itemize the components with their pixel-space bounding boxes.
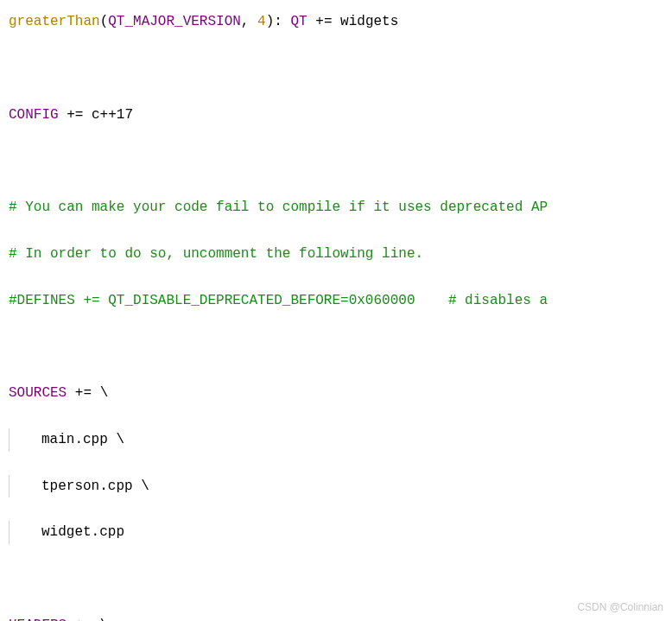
var-token: QT: [290, 14, 307, 29]
code-line: main.cpp \: [9, 428, 663, 452]
text-token: += widgets: [307, 14, 399, 29]
indent-guide: [9, 521, 10, 544]
text-token: += \: [67, 618, 108, 621]
blank-line: [9, 567, 663, 591]
comment-line: # In order to do so, uncomment the follo…: [9, 243, 663, 266]
code-line: greaterThan(QT_MAJOR_VERSION, 4): QT += …: [9, 10, 663, 34]
comment-line: #DEFINES += QT_DISABLE_DEPRECATED_BEFORE…: [9, 289, 663, 313]
var-token: CONFIG: [9, 107, 59, 123]
func-token: greaterThan: [9, 14, 100, 29]
text-token: tperson.cpp \: [9, 475, 149, 498]
punct: ):: [266, 14, 291, 29]
comment-token: # You can make your code fail to compile…: [9, 200, 548, 215]
text-token: widget.cpp: [9, 521, 124, 544]
code-line: SOURCES += \: [9, 382, 663, 405]
code-line: CONFIG += c++17: [9, 104, 663, 127]
comment-token: # In order to do so, uncomment the follo…: [9, 246, 423, 262]
blank-line: [9, 57, 663, 80]
text-token: main.cpp \: [9, 428, 124, 452]
code-line: tperson.cpp \: [9, 475, 663, 498]
punct: (: [100, 14, 109, 29]
comment-token: #DEFINES += QT_DISABLE_DEPRECATED_BEFORE…: [9, 293, 548, 308]
text-token: += \: [67, 385, 108, 401]
code-line: widget.cpp: [9, 521, 663, 544]
comment-line: # You can make your code fail to compile…: [9, 196, 663, 219]
var-token: QT_MAJOR_VERSION: [108, 14, 241, 29]
indent-guide: [9, 428, 10, 452]
text-token: += c++17: [59, 107, 133, 123]
var-token: SOURCES: [9, 385, 67, 401]
punct: ,: [241, 14, 257, 29]
code-line: HEADERS += \: [9, 614, 663, 621]
num-token: 4: [257, 14, 266, 29]
blank-line: [9, 149, 663, 173]
code-block: greaterThan(QT_MAJOR_VERSION, 4): QT += …: [9, 10, 663, 621]
indent-guide: [9, 475, 10, 498]
blank-line: [9, 335, 663, 358]
var-token: HEADERS: [9, 618, 67, 621]
watermark-text: CSDN @Colinnian: [577, 599, 663, 616]
